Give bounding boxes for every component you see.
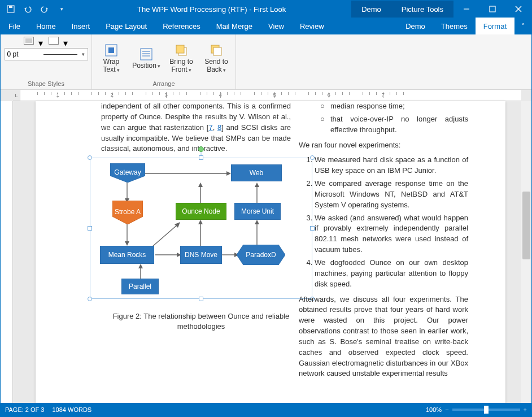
tab-review[interactable]: Review [292, 18, 332, 34]
quick-access-toolbar: ▾ [1, 2, 72, 16]
tab-references[interactable]: References [155, 18, 208, 34]
tab-mail-merge[interactable]: Mail Merge [208, 18, 260, 34]
outline-weight-input[interactable]: ▾ [5, 48, 88, 60]
wrap-text-icon [103, 42, 119, 58]
position-button[interactable]: Position▾ [130, 46, 162, 70]
tab-demo[interactable]: Demo [398, 18, 433, 34]
shape-fill-icon[interactable] [24, 37, 34, 45]
tab-view[interactable]: View [260, 18, 292, 34]
shape-morse-unit: Morse Unit [234, 203, 281, 220]
save-icon[interactable] [4, 2, 18, 16]
shape-mean-rocks: Mean Rocks [100, 246, 154, 264]
svg-rect-15 [176, 45, 184, 53]
close-button[interactable] [505, 1, 531, 18]
svg-marker-23 [125, 241, 129, 246]
contextual-tabs: Demo Picture Tools [351, 1, 453, 18]
tab-insert[interactable]: Insert [64, 18, 98, 34]
bring-to-front-button[interactable]: Bring to Front▾ [165, 42, 197, 73]
svg-line-38 [152, 224, 178, 247]
tab-themes[interactable]: Themes [433, 18, 476, 34]
document-page[interactable]: independent of all other components. Thi… [36, 101, 505, 403]
shape-gateway: Gateway [110, 163, 145, 183]
svg-marker-29 [198, 220, 203, 224]
body-text: We ran four novel experiments: [299, 140, 468, 151]
bullet-icon: ○ [315, 101, 330, 112]
group-label-arrange: Arrange [95, 79, 232, 88]
group-arrange: Wrap Text▾ Position▾ Bring to Front▾ Sen… [92, 34, 236, 89]
ribbon: ▾ ▾ ▾ Shape Styles Wrap Text▾ Po [1, 34, 531, 90]
svg-rect-10 [141, 49, 152, 60]
send-to-back-button[interactable]: Send to Back▾ [200, 42, 232, 73]
redo-icon[interactable] [38, 2, 51, 16]
zoom-control: 100% − + [426, 406, 527, 413]
ribbon-tabs: File Home Insert Page Layout References … [1, 18, 531, 34]
body-text: that voice-over-IP no longer adjusts eff… [330, 114, 468, 136]
page-indicator[interactable]: PAGE: 2 OF 3 [5, 406, 45, 413]
body-text: Afterwards, we discuss all four experime… [299, 294, 468, 380]
shape-outline-dropdown-icon[interactable]: ▾ [63, 38, 69, 44]
vertical-scrollbar[interactable] [521, 101, 531, 403]
citation-link-7[interactable]: 7 [208, 123, 212, 132]
workspace: L 1234567 independent of all other compo… [1, 90, 531, 403]
line-preview-icon [43, 54, 77, 55]
bullet-icon: ○ [315, 114, 330, 136]
group-label-shape-styles: Shape Styles [4, 79, 88, 88]
outline-weight-dropdown-icon[interactable]: ▾ [80, 51, 88, 57]
qat-dropdown-icon[interactable]: ▾ [55, 2, 68, 16]
svg-marker-25 [198, 183, 203, 187]
tab-home[interactable]: Home [28, 18, 64, 34]
statusbar: PAGE: 2 OF 3 1084 WORDS 100% − + [1, 403, 531, 416]
rotate-handle[interactable] [198, 146, 204, 152]
horizontal-ruler[interactable]: L 1234567 [13, 90, 521, 101]
bring-to-front-icon [173, 42, 189, 58]
ruler-corner-icon: L [13, 90, 20, 101]
outline-weight-value[interactable] [5, 50, 41, 58]
left-column: independent of all other components. Thi… [101, 101, 291, 154]
figure-caption: Figure 2: The relationship between Ounce… [90, 311, 312, 332]
tab-page-layout[interactable]: Page Layout [98, 18, 155, 34]
zoom-in-button[interactable]: + [524, 406, 527, 413]
zoom-value[interactable]: 100% [426, 406, 442, 413]
svg-rect-9 [108, 47, 114, 53]
tab-format[interactable]: Format [476, 18, 514, 34]
svg-rect-5 [490, 6, 495, 12]
collapse-ribbon-icon[interactable]: ˄ [514, 22, 531, 31]
context-tab-demo[interactable]: Demo [351, 1, 391, 18]
zoom-out-button[interactable]: − [445, 406, 448, 413]
svg-marker-21 [226, 171, 231, 176]
svg-rect-1 [9, 6, 12, 8]
list-item: We measured hard disk space as a functio… [315, 155, 468, 176]
wrap-text-button[interactable]: Wrap Text▾ [95, 42, 127, 73]
shape-dns-move: DNS Move [180, 246, 222, 264]
list-item: We compared average response time on the… [315, 179, 468, 211]
list-item: We asked (and answered) what would happe… [315, 213, 468, 255]
app-window: ▾ The WPF Word Processing (RTF) - First … [0, 0, 532, 417]
shape-paradox: ParadoxD [237, 245, 285, 265]
context-tab-picture-tools[interactable]: Picture Tools [391, 1, 453, 18]
right-column: ○median response time; ○that voice-over-… [299, 101, 468, 379]
zoom-slider-knob[interactable] [484, 406, 489, 414]
shape-parallel: Parallel [121, 279, 159, 294]
svg-marker-37 [138, 264, 143, 268]
vertical-ruler[interactable] [1, 101, 13, 403]
titlebar: ▾ The WPF Word Processing (RTF) - First … [1, 1, 531, 18]
word-count[interactable]: 1084 WORDS [53, 406, 92, 413]
scrollbar-thumb[interactable] [522, 192, 530, 259]
numbered-list: We measured hard disk space as a functio… [299, 155, 468, 289]
shape-web: Web [231, 164, 282, 181]
shape-fill-dropdown-icon[interactable]: ▾ [38, 38, 44, 44]
position-icon [138, 46, 154, 62]
position-label: Position [132, 62, 156, 70]
svg-marker-27 [255, 183, 259, 187]
maximize-button[interactable] [479, 1, 505, 18]
list-item: We dogfooded Ounce on our own desktop ma… [315, 258, 468, 290]
minimize-button[interactable] [453, 1, 479, 18]
zoom-slider[interactable] [452, 409, 520, 411]
undo-icon[interactable] [21, 2, 34, 16]
shape-outline-icon[interactable] [49, 37, 59, 45]
tab-file[interactable]: File [1, 18, 28, 34]
shape-strobe: Strobe A [112, 201, 143, 224]
shape-ounce-node: Ounce Node [176, 203, 226, 220]
selected-picture[interactable]: Gateway Web Strobe A Ounce Node Morse Un… [90, 158, 312, 299]
window-title: The WPF Word Processing (RTF) - First Lo… [72, 5, 351, 14]
